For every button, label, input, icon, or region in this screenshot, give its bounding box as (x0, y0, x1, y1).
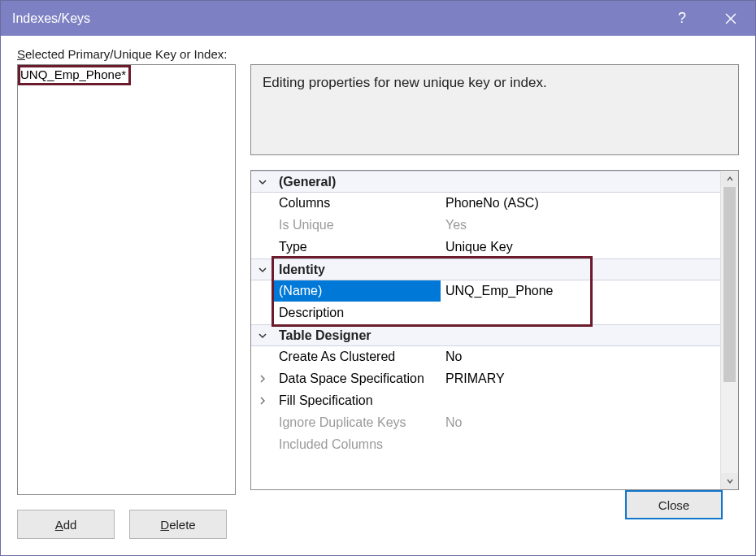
dialog-content: Selected Primary/Unique Key or Index: UN… (1, 36, 755, 555)
prop-is-unique[interactable]: Is Unique Yes (251, 215, 720, 237)
list-item[interactable]: UNQ_Emp_Phone* (18, 65, 131, 85)
prop-description[interactable]: Description (251, 302, 720, 324)
prop-create-as-clustered[interactable]: Create As Clustered No (251, 346, 720, 368)
prop-columns[interactable]: Columns PhoneNo (ASC) (251, 193, 720, 215)
scroll-up-button[interactable] (721, 171, 738, 187)
dialog-window: Indexes/Keys ? Selected Primary/Unique K… (0, 0, 756, 556)
close-icon (725, 13, 736, 24)
prop-ignore-duplicate-keys[interactable]: Ignore Duplicate Keys No (251, 412, 720, 434)
chevron-down-icon (259, 332, 267, 340)
scroll-down-button[interactable] (721, 473, 738, 489)
prop-fill-specification[interactable]: Fill Specification (251, 390, 720, 412)
property-grid[interactable]: (General) Columns PhoneNo (ASC) Is Uniqu… (250, 170, 739, 490)
chevron-right-icon (259, 397, 267, 405)
add-button[interactable]: Add (17, 510, 115, 539)
chevron-down-icon (727, 478, 733, 484)
category-general[interactable]: (General) (251, 171, 720, 193)
chevron-right-icon (259, 375, 267, 383)
index-listbox[interactable]: UNQ_Emp_Phone* (17, 64, 236, 495)
description-panel: Editing properties for new unique key or… (250, 64, 739, 155)
close-button[interactable]: Close (625, 490, 723, 519)
chevron-down-icon (259, 266, 267, 274)
scroll-thumb[interactable] (723, 187, 736, 382)
window-close-button[interactable] (706, 1, 755, 36)
delete-button[interactable]: Delete (129, 510, 227, 539)
category-identity[interactable]: Identity (251, 258, 720, 280)
prop-data-space-specification[interactable]: Data Space Specification PRIMARY (251, 368, 720, 390)
prop-type[interactable]: Type Unique Key (251, 237, 720, 258)
help-button[interactable]: ? (658, 1, 706, 36)
prop-name[interactable]: (Name) UNQ_Emp_Phone (251, 280, 720, 302)
titlebar[interactable]: Indexes/Keys ? (1, 1, 755, 36)
prop-included-columns[interactable]: Included Columns (251, 434, 720, 456)
chevron-down-icon (259, 178, 267, 186)
vertical-scrollbar[interactable] (720, 171, 738, 489)
category-table-designer[interactable]: Table Designer (251, 324, 720, 346)
chevron-up-icon (727, 176, 733, 182)
section-label: Selected Primary/Unique Key or Index: (17, 47, 739, 61)
window-title: Indexes/Keys (12, 11, 90, 26)
